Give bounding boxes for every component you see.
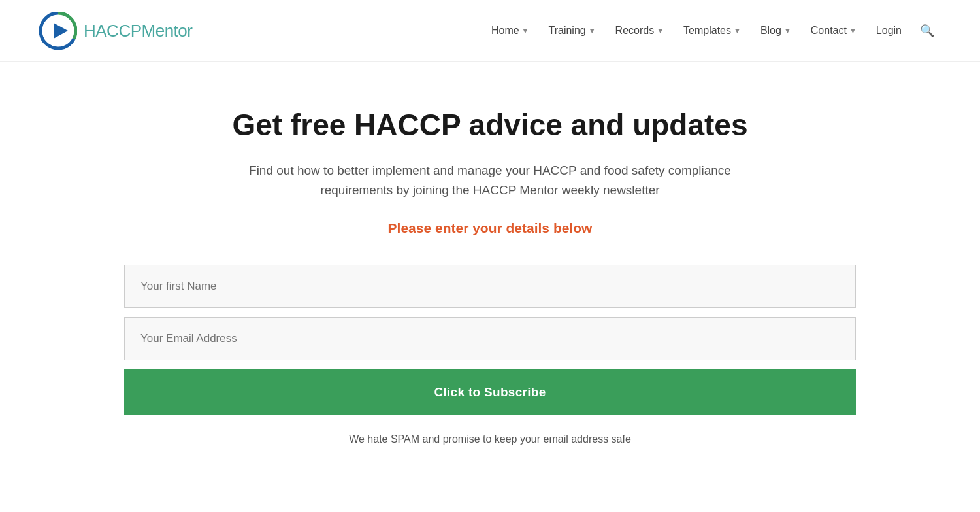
search-icon[interactable]: 🔍 — [913, 18, 941, 43]
svg-marker-2 — [54, 23, 68, 39]
main-nav: Home ▼ Training ▼ Records ▼ Templates ▼ … — [483, 18, 941, 43]
spam-notice: We hate SPAM and promise to keep your em… — [124, 434, 856, 445]
nav-item-blog[interactable]: Blog ▼ — [753, 20, 799, 42]
main-content: Get free HACCP advice and updates Find o… — [98, 62, 882, 478]
logo-text: HACCPMentor — [84, 21, 192, 41]
subscribe-button[interactable]: Click to Subscribe — [124, 369, 856, 415]
chevron-down-icon: ▼ — [589, 27, 596, 35]
chevron-down-icon: ▼ — [522, 27, 529, 35]
site-logo[interactable]: HACCPMentor — [39, 12, 192, 50]
site-header: HACCPMentor Home ▼ Training ▼ Records ▼ … — [0, 0, 980, 62]
logo-icon — [39, 12, 77, 50]
page-title: Get free HACCP advice and updates — [232, 108, 747, 143]
nav-item-home[interactable]: Home ▼ — [483, 20, 537, 42]
chevron-down-icon: ▼ — [849, 27, 857, 35]
chevron-down-icon: ▼ — [784, 27, 791, 35]
subscribe-form: Click to Subscribe We hate SPAM and prom… — [124, 265, 856, 445]
prompt-text: Please enter your details below — [388, 220, 593, 236]
email-input[interactable] — [124, 317, 856, 360]
chevron-down-icon: ▼ — [734, 27, 741, 35]
first-name-input[interactable] — [124, 265, 856, 308]
nav-login-link[interactable]: Login — [868, 20, 909, 42]
nav-item-contact[interactable]: Contact ▼ — [803, 20, 864, 42]
chevron-down-icon: ▼ — [657, 27, 664, 35]
page-subtext: Find out how to better implement and man… — [235, 161, 745, 201]
nav-item-records[interactable]: Records ▼ — [608, 20, 672, 42]
nav-item-training[interactable]: Training ▼ — [541, 20, 604, 42]
nav-item-templates[interactable]: Templates ▼ — [676, 20, 749, 42]
